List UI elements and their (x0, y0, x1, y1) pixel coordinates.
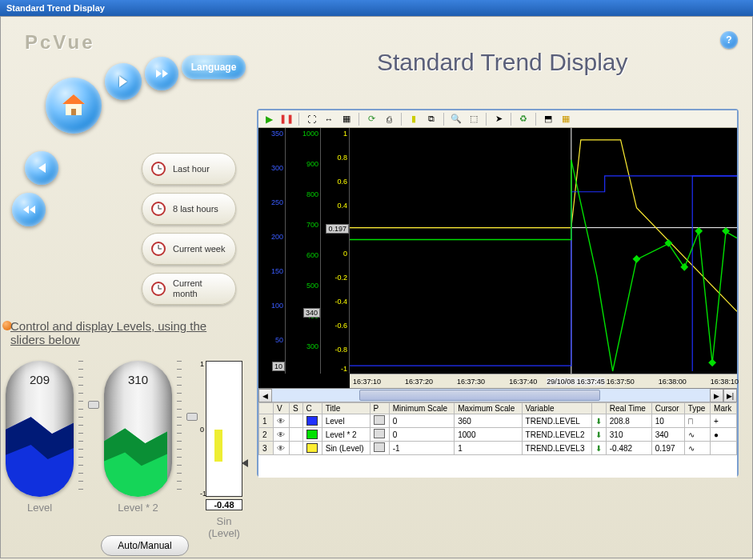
legend-header[interactable]: Title (322, 403, 370, 414)
toolbar-stretch-button[interactable]: ↔ (322, 112, 336, 126)
type-cell: ⨅ (684, 414, 710, 428)
fast-forward-button[interactable] (145, 57, 178, 90)
toolbar-export-button[interactable]: ⬒ (541, 112, 555, 126)
min-cell: 0 (389, 414, 454, 428)
color-cell[interactable] (302, 428, 322, 442)
color-swatch (306, 443, 318, 453)
help-icon[interactable]: ? (720, 31, 738, 49)
toolbar-settings-button[interactable]: ▦ (559, 112, 573, 126)
copy-icon: ⧉ (428, 114, 435, 124)
plot-area[interactable] (350, 128, 737, 374)
chevron-right-icon: ▶ (714, 392, 719, 400)
link-cell[interactable]: ⬇ (591, 442, 606, 455)
svg-marker-1 (62, 94, 85, 104)
axis-level2: 1000900 800700 600500 400300 340 (286, 128, 321, 374)
horizontal-scrollbar[interactable]: ◀ ▶ ▶| (258, 389, 737, 402)
toolbar-notes-button[interactable]: ▮ (407, 112, 421, 126)
legend-header[interactable]: Type (684, 403, 710, 414)
legend-header[interactable] (259, 403, 274, 414)
trend-chart[interactable]: 350300 250200 150100 50 10 1000900 80070… (258, 128, 737, 389)
max-cell: 1000 (455, 428, 522, 442)
rewind-button[interactable] (12, 193, 46, 226)
style-cell[interactable] (290, 414, 303, 428)
toolbar-zoom-area-button[interactable]: ⬚ (467, 112, 481, 126)
download-icon: ⬇ (595, 444, 602, 453)
trend-toolbar: ▶ ❚❚ ⛶ ↔ ▦ ⟳ ⎙ ▮ ⧉ 🔍 ⬚ ➤ ♻ ⬒ ▦ (258, 110, 737, 128)
toolbar-print-button[interactable]: ⎙ (382, 112, 396, 126)
style-cell[interactable] (290, 428, 303, 442)
legend-header[interactable]: Real Time (606, 403, 651, 414)
time-range-last-hour[interactable]: Last hour (142, 153, 236, 185)
color-cell[interactable] (302, 442, 322, 455)
link-cell[interactable]: ⬇ (591, 428, 606, 442)
toolbar-grid-button[interactable]: ▦ (339, 112, 354, 126)
auto-manual-button[interactable]: Auto/Manual (101, 535, 189, 556)
axis-cursor-level: 10 (272, 362, 285, 371)
play-button[interactable] (105, 63, 142, 100)
realtime-cell: 208.8 (606, 414, 651, 428)
legend-header[interactable]: Variable (522, 403, 591, 414)
eye-icon: 👁 (277, 444, 285, 453)
level-value: 209 (6, 373, 74, 386)
color-cell[interactable] (302, 414, 322, 428)
toolbar-zoom-button[interactable]: 🔍 (449, 112, 463, 126)
level-scale (78, 361, 83, 497)
toolbar-cursor-button[interactable]: ➤ (491, 112, 506, 126)
row-number: 1 (259, 414, 274, 428)
language-button[interactable]: Language (182, 55, 246, 79)
legend-header[interactable]: Cursor (651, 403, 684, 414)
legend-header[interactable] (591, 403, 606, 414)
toolbar-copy-button[interactable]: ⧉ (424, 112, 439, 126)
home-button[interactable] (46, 78, 102, 134)
back-button[interactable] (25, 151, 58, 185)
scroll-thumb[interactable] (359, 390, 600, 401)
var-cell: TREND.LEVEL2 (522, 428, 591, 442)
visible-toggle[interactable]: 👁 (274, 414, 290, 428)
props-button[interactable] (370, 428, 389, 442)
time-range-8-hours[interactable]: 8 last hours (142, 193, 236, 225)
toolbar-pause-button[interactable]: ❚❚ (279, 112, 294, 126)
legend-header[interactable]: C (302, 403, 322, 414)
table-row[interactable]: 1👁Level0360TREND.LEVEL⬇208.810⨅+ (259, 414, 737, 428)
download-icon: ⬇ (595, 430, 602, 439)
visible-toggle[interactable]: 👁 (274, 428, 290, 442)
legend-header[interactable]: Mark (711, 403, 737, 414)
level-label: Level (6, 502, 74, 514)
rewind-icon (23, 206, 35, 214)
style-cell[interactable] (290, 442, 303, 455)
props-button[interactable] (370, 414, 389, 428)
toolbar-refresh-button[interactable]: ⟳ (364, 112, 379, 126)
props-button[interactable] (370, 442, 389, 455)
visible-toggle[interactable]: 👁 (274, 442, 290, 455)
legend-header[interactable]: V (274, 403, 290, 414)
time-range-current-week[interactable]: Current week (142, 233, 236, 265)
legend-header[interactable]: Maximum Scale (455, 403, 522, 414)
color-swatch (306, 416, 318, 426)
title-cell: Level (322, 414, 370, 428)
scroll-left-button[interactable]: ◀ (258, 389, 272, 402)
level2-slider[interactable] (186, 413, 198, 421)
legend-header[interactable]: S (290, 403, 303, 414)
sin-scale[interactable]: 1 0 -1 (206, 361, 242, 497)
zoom-area-icon: ⬚ (470, 114, 478, 124)
level2-tank: 310 (104, 361, 172, 497)
level-slider[interactable] (88, 401, 99, 409)
time-range-current-month[interactable]: Current month (142, 273, 236, 305)
scroll-end-button[interactable]: ▶| (723, 389, 737, 402)
toolbar-reload-button[interactable]: ♻ (516, 112, 531, 126)
toolbar-play-button[interactable]: ▶ (262, 112, 276, 126)
brand-logo: PcVue (25, 31, 94, 54)
sin-value: -0.48 (206, 499, 242, 510)
table-row[interactable]: 2👁Level * 201000TREND.LEVEL2⬇310340∿● (259, 428, 737, 442)
legend-header[interactable]: P (370, 403, 389, 414)
min-cell: 0 (389, 428, 454, 442)
link-cell[interactable]: ⬇ (591, 414, 606, 428)
level2-label: Level * 2 (104, 502, 172, 514)
scroll-right-button[interactable]: ▶ (710, 389, 723, 402)
legend-header[interactable]: Minimum Scale (389, 403, 454, 414)
svg-rect-3 (71, 109, 76, 115)
level2-value: 310 (104, 373, 172, 386)
table-row[interactable]: 3👁Sin (Level)-11TREND.LEVEL3⬇-0.4820.197… (259, 442, 737, 455)
auto-manual-label: Auto/Manual (118, 540, 171, 551)
toolbar-fit-button[interactable]: ⛶ (304, 112, 318, 126)
